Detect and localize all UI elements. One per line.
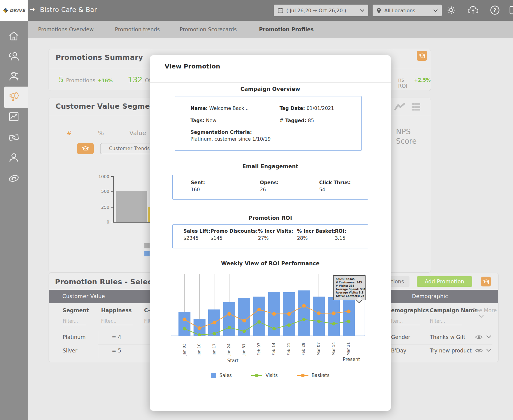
add-promotion-button[interactable]: Add Promotion bbox=[417, 276, 472, 287]
promotion-roi-heading: Promotion ROI bbox=[150, 215, 391, 221]
view-tab-value[interactable]: Value bbox=[129, 129, 146, 137]
demographic-cell: B'Day bbox=[391, 348, 406, 354]
tab-promotion-profiles[interactable]: Promotion Profiles bbox=[259, 26, 314, 33]
campaign-name-field: Name: Welcome Back .. bbox=[190, 106, 249, 111]
campaign-seg-label: Segmentation Criteria: bbox=[190, 130, 252, 135]
stat-sales-lift-: Sales Lift:$2345 bbox=[183, 228, 210, 241]
y-axis-line bbox=[113, 176, 114, 223]
filter-input[interactable]: Filter... bbox=[101, 318, 133, 325]
cloud-upload-icon[interactable] bbox=[467, 4, 479, 16]
tab-promotion-scorecards[interactable]: Promotion Scorecards bbox=[180, 26, 237, 33]
tooltip-line: Sales: $2345 bbox=[336, 278, 363, 281]
chevron-down-icon[interactable] bbox=[486, 349, 491, 352]
list-view-icon[interactable] bbox=[411, 103, 421, 111]
app-logo[interactable]: DRIVE bbox=[0, 0, 28, 21]
calendar-icon bbox=[278, 8, 283, 13]
summary-stat-promotions: 5 Promotions +16% bbox=[59, 75, 113, 84]
drive-logo-icon bbox=[2, 7, 9, 14]
segment-cell: Silver bbox=[63, 348, 77, 354]
view-tab-count[interactable]: # bbox=[67, 129, 72, 137]
divider bbox=[150, 82, 391, 83]
legend-swatch bbox=[211, 373, 216, 378]
top-bar: DRIVE → Bistro Cafe & Bar ( Jul 26,20 → … bbox=[0, 0, 513, 21]
see-more-toggle[interactable]: See More bbox=[472, 307, 497, 313]
x-tick-label: Feb 14 bbox=[271, 338, 276, 356]
x-tick-label: Mar 14 bbox=[331, 338, 336, 356]
demographic-cell: Gender bbox=[391, 334, 410, 340]
sidebar-item-promotions[interactable] bbox=[8, 91, 19, 103]
filter-input[interactable]: lter... bbox=[391, 318, 420, 325]
location-pin-icon bbox=[377, 8, 381, 14]
stat--incr-visits-: % Incr Visits:27% bbox=[258, 228, 293, 241]
chart-tooltip: Sales: $2345# Customers: 345# Visits: 38… bbox=[333, 275, 366, 300]
eye-icon[interactable] bbox=[475, 348, 483, 353]
stat-promo-discounts-: Promo Discounts:$145 bbox=[210, 228, 258, 241]
x-tick-label: Jan 17 bbox=[212, 338, 217, 356]
chevron-down-icon[interactable] bbox=[486, 335, 491, 338]
x-tick-label: Jan 03 bbox=[182, 338, 187, 356]
help-icon[interactable]: ? bbox=[489, 4, 501, 16]
legend-label: Baskets bbox=[311, 373, 329, 378]
sidebar-item-integrations[interactable] bbox=[8, 173, 19, 184]
sidebar-item-profile[interactable] bbox=[8, 152, 19, 163]
sidebar-item-staff[interactable] bbox=[8, 71, 19, 82]
x-tick-label: Jan 10 bbox=[197, 338, 202, 356]
chart-legend: SalesVisitsBaskets bbox=[150, 373, 391, 378]
column-header: Segment bbox=[63, 307, 89, 313]
campaign-tagdate-field: Tag Date: 01/01/2021 bbox=[280, 106, 334, 111]
x-tick-label: Feb 28 bbox=[301, 338, 306, 356]
stat--incr-basket-: % Incr Basket:28% bbox=[297, 228, 335, 241]
sidebar-item-home[interactable] bbox=[8, 30, 19, 41]
legend-item-visits: Visits bbox=[251, 373, 278, 378]
stat-delta: +2.5% bbox=[414, 77, 431, 83]
campaign-overview-heading: Campaign Overview bbox=[150, 86, 391, 92]
x-axis-end-label: Present bbox=[336, 357, 367, 362]
legend-label: Sales bbox=[219, 373, 232, 378]
legend-swatch bbox=[251, 374, 262, 377]
campaign-name-cell: Thanks w Gift bbox=[430, 334, 465, 340]
nps-score-label: NPS Score bbox=[396, 127, 417, 146]
filter-input[interactable]: Filter... bbox=[430, 318, 462, 325]
settings-gear-icon[interactable] bbox=[445, 4, 457, 16]
legend-item-baskets: Baskets bbox=[297, 373, 329, 378]
y-tick: 500 bbox=[97, 189, 109, 194]
svg-text:?: ? bbox=[493, 7, 496, 13]
coach-tip-button[interactable] bbox=[417, 51, 427, 61]
chevron-down-icon bbox=[360, 9, 364, 12]
stat-value: 5 bbox=[59, 75, 64, 84]
chevron-down-icon bbox=[433, 9, 438, 12]
chevron-down-icon[interactable] bbox=[479, 315, 484, 318]
eye-icon[interactable] bbox=[475, 335, 483, 340]
column-header: emographics bbox=[391, 307, 429, 313]
location-selector[interactable]: All Locations bbox=[373, 5, 442, 16]
coach-tip-button[interactable] bbox=[77, 143, 94, 154]
tab-promotions-overview[interactable]: Promotions Overview bbox=[38, 26, 94, 33]
sidebar-item-payments[interactable] bbox=[8, 132, 19, 143]
mini-legend-swatch-blue bbox=[144, 251, 150, 256]
date-range-label: ( Jul 26,20 → Oct 26,20 ) bbox=[286, 8, 346, 14]
header-customer-value: Customer Value bbox=[62, 293, 105, 299]
weekly-roi-chart: Sales: $2345# Customers: 345# Visits: 38… bbox=[171, 274, 365, 336]
tab-promotion-trends[interactable]: Promotion trends bbox=[115, 26, 160, 33]
legend-item-sales: Sales bbox=[211, 373, 232, 378]
app-window: DRIVE → Bistro Cafe & Bar ( Jul 26,20 → … bbox=[0, 0, 513, 420]
y-tick: 250 bbox=[97, 205, 109, 210]
promotion-roi-box: Sales Lift:$2345Promo Discounts:$145% In… bbox=[172, 224, 368, 248]
y-tick: 0 bbox=[97, 220, 109, 224]
header-demographic: Demographic bbox=[412, 293, 448, 299]
line-chart-view-icon[interactable] bbox=[394, 103, 405, 111]
happiness-cell: = 4 bbox=[112, 334, 121, 340]
stat-value: 132 bbox=[128, 75, 143, 84]
stat-roi-: ROI:3.15 bbox=[335, 228, 346, 241]
tooltip-line: # Customers: 345 bbox=[336, 281, 363, 284]
filter-input[interactable]: Filter... bbox=[63, 318, 86, 325]
stat-sent-: Sent:160 bbox=[191, 180, 205, 192]
logout-icon[interactable] bbox=[508, 4, 513, 16]
sidebar-item-customers[interactable] bbox=[8, 51, 19, 62]
sidebar-item-analytics[interactable] bbox=[8, 111, 19, 122]
x-tick-label: Feb 07 bbox=[256, 338, 262, 356]
view-tab-percent[interactable]: % bbox=[98, 129, 104, 137]
happiness-cell: = 5 bbox=[112, 348, 121, 354]
coach-tip-button[interactable] bbox=[481, 277, 491, 286]
date-range-picker[interactable]: ( Jul 26,20 → Oct 26,20 ) bbox=[274, 5, 368, 16]
